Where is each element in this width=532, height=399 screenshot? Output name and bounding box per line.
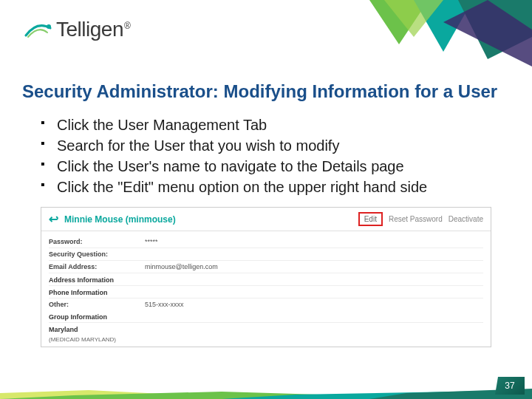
list-item: Click the "Edit" menu option on the uppe… (41, 177, 510, 197)
bottom-graphic (0, 384, 532, 399)
list-item: Search for the User that you wish to mod… (41, 135, 510, 156)
list-item: Click the User Management Tab (41, 115, 510, 135)
password-value: ***** (145, 238, 483, 245)
list-item: Click the User's name to navigate to the… (41, 156, 510, 177)
deactivate-link[interactable]: Deactivate (449, 215, 483, 223)
brand-logo: Telligen® (22, 15, 130, 44)
security-question-label: Security Question: (49, 250, 145, 258)
svg-marker-0 (369, 0, 429, 44)
embedded-screenshot: ↩ Minnie Mouse (minmouse) Edit Reset Pas… (41, 207, 491, 347)
detail-header: ↩ Minnie Mouse (minmouse) Edit Reset Pas… (41, 208, 491, 231)
email-label: Email Address: (49, 263, 145, 270)
svg-marker-3 (443, 0, 532, 66)
slide-title: Security Administrator: Modifying Inform… (22, 81, 510, 102)
table-row: Email Address: minmouse@telligen.com (49, 261, 483, 273)
address-section: Address Information (49, 273, 483, 286)
back-arrow-icon[interactable]: ↩ (49, 212, 58, 226)
svg-marker-6 (0, 390, 177, 399)
user-display-name: Minnie Mouse (minmouse) (64, 214, 352, 225)
state-sub: (MEDICAID MARYLAND) (49, 335, 483, 343)
phone-section: Phone Information (49, 286, 483, 299)
page-number: 37 (495, 377, 525, 395)
svg-marker-1 (414, 0, 473, 52)
table-row: Password: ***** (49, 236, 483, 248)
svg-marker-7 (0, 392, 532, 399)
bullet-list: Click the User Management Tab Search for… (41, 115, 510, 197)
logo-text: Telligen® (56, 18, 130, 41)
other-value: 515-xxx-xxxx (145, 301, 483, 308)
edit-link[interactable]: Edit (358, 212, 383, 226)
svg-marker-2 (458, 0, 532, 59)
table-row: Other: 515-xxx-xxxx (49, 299, 483, 310)
reset-password-link[interactable]: Reset Password (389, 215, 443, 223)
table-row: Security Question: (49, 248, 483, 261)
svg-marker-8 (222, 390, 532, 399)
svg-point-5 (47, 24, 51, 29)
state-label: Maryland (49, 323, 483, 335)
action-menu: Edit Reset Password Deactivate (358, 212, 483, 226)
logo-swoosh-icon (22, 15, 52, 44)
corner-graphic (340, 0, 532, 74)
email-value: minmouse@telligen.com (145, 263, 483, 270)
detail-body: Password: ***** Security Question: Email… (41, 231, 491, 347)
group-section: Group Information (49, 310, 483, 323)
svg-marker-4 (384, 0, 443, 37)
security-question-value (145, 250, 483, 258)
other-label: Other: (49, 301, 145, 308)
password-label: Password: (49, 238, 145, 245)
